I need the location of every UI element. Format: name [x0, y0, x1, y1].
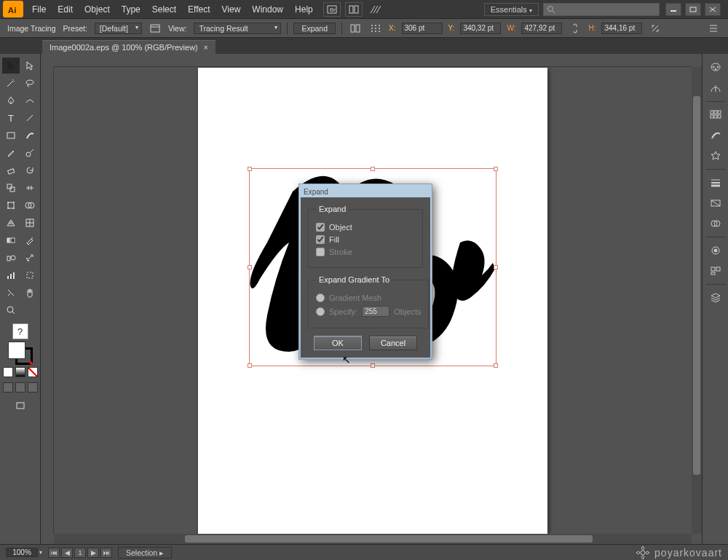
artboard-tool[interactable] — [21, 267, 39, 283]
x-field[interactable] — [402, 23, 443, 34]
zoom-tool[interactable] — [2, 302, 20, 318]
color-panel-icon[interactable] — [705, 58, 726, 77]
mesh-tool[interactable] — [21, 215, 39, 231]
fill-checkbox[interactable] — [316, 235, 325, 244]
paintbrush-tool[interactable] — [21, 127, 39, 143]
resize-handle[interactable] — [494, 265, 498, 269]
none-mode-icon[interactable] — [28, 367, 38, 377]
vertical-scrollbar[interactable] — [692, 67, 702, 534]
zoom-control[interactable]: ▾ — [6, 548, 42, 557]
transparency-panel-icon[interactable] — [705, 214, 726, 233]
draw-behind-icon[interactable] — [15, 382, 25, 393]
document-tab-close-icon[interactable]: × — [204, 44, 208, 52]
align-icon[interactable] — [348, 22, 363, 35]
fill-stroke-swatch[interactable] — [8, 342, 33, 365]
y-field[interactable] — [460, 23, 501, 34]
pen-tool[interactable] — [2, 92, 20, 109]
menu-view[interactable]: View — [216, 0, 247, 19]
close-button[interactable] — [705, 3, 721, 16]
resize-handle[interactable] — [494, 363, 498, 368]
resize-handle[interactable] — [494, 167, 498, 171]
blend-tool[interactable] — [2, 250, 20, 266]
ok-button[interactable]: OK — [314, 336, 362, 350]
eyedropper-tool[interactable] — [21, 232, 39, 248]
zoom-field[interactable] — [6, 548, 38, 557]
preset-dropdown[interactable]: [Default] — [95, 23, 142, 34]
transform-icon[interactable] — [368, 22, 383, 35]
gradient-mode-icon[interactable] — [15, 367, 25, 377]
view-dropdown[interactable]: Tracing Result — [194, 23, 281, 34]
bridge-icon[interactable]: Br — [323, 2, 341, 17]
swatches-panel-icon[interactable] — [705, 106, 726, 125]
curvature-tool[interactable] — [21, 92, 39, 109]
menu-object[interactable]: Object — [79, 0, 116, 19]
last-artboard-icon[interactable]: ⏭ — [100, 548, 112, 558]
cancel-button[interactable]: Cancel — [369, 336, 417, 350]
color-mode-icon[interactable] — [3, 367, 13, 377]
menu-select[interactable]: Select — [146, 0, 182, 19]
transform-each-icon[interactable] — [648, 22, 662, 35]
width-tool[interactable] — [21, 180, 39, 196]
blob-brush-tool[interactable] — [21, 145, 39, 161]
menu-type[interactable]: Type — [116, 0, 146, 19]
line-tool[interactable] — [21, 110, 39, 126]
resize-handle[interactable] — [371, 363, 375, 368]
artboard-number[interactable]: 1 — [74, 548, 86, 558]
gradient-panel-icon[interactable] — [705, 194, 726, 213]
maximize-button[interactable] — [685, 3, 701, 16]
dialog-titlebar[interactable]: Expand — [301, 186, 430, 197]
resize-handle[interactable] — [371, 167, 375, 171]
scale-tool[interactable] — [2, 180, 20, 196]
minimize-button[interactable] — [665, 3, 681, 16]
appearance-panel-icon[interactable] — [705, 241, 726, 260]
resize-handle[interactable] — [248, 167, 252, 171]
fill-indicator[interactable]: ? — [12, 323, 28, 339]
pencil-tool[interactable] — [2, 145, 20, 161]
lasso-tool[interactable] — [21, 75, 39, 91]
next-artboard-icon[interactable]: ▶ — [87, 548, 99, 558]
document-tab[interactable]: Image0002a.eps @ 100% (RGB/Preview) × — [42, 40, 215, 54]
h-field[interactable] — [601, 23, 642, 34]
gpu-icon[interactable] — [367, 2, 384, 17]
rectangle-tool[interactable] — [2, 127, 20, 143]
prev-artboard-icon[interactable]: ◀ — [61, 548, 73, 558]
workspace-switcher[interactable]: Essentials ▾ — [484, 3, 539, 16]
arrange-docs-icon[interactable] — [345, 2, 363, 17]
hand-tool[interactable] — [21, 285, 39, 301]
symbols-panel-icon[interactable] — [705, 146, 726, 165]
magic-wand-tool[interactable] — [2, 75, 20, 91]
expand-button[interactable]: Expand — [293, 23, 336, 34]
screen-mode-icon[interactable] — [12, 398, 29, 414]
first-artboard-icon[interactable]: ⏮ — [48, 548, 60, 558]
menu-file[interactable]: File — [26, 0, 52, 19]
control-menu-icon[interactable] — [706, 22, 721, 35]
gradient-tool[interactable] — [2, 232, 20, 248]
shape-builder-tool[interactable] — [21, 197, 39, 213]
menu-effect[interactable]: Effect — [182, 0, 215, 19]
graphic-styles-panel-icon[interactable] — [705, 261, 726, 280]
menu-window[interactable]: Window — [246, 0, 289, 19]
horizontal-ruler[interactable] — [54, 54, 692, 67]
vertical-ruler[interactable] — [41, 67, 54, 534]
stroke-panel-icon[interactable] — [705, 173, 726, 192]
link-wh-icon[interactable] — [568, 22, 582, 35]
object-checkbox[interactable] — [316, 223, 325, 232]
free-transform-tool[interactable] — [2, 197, 20, 213]
eraser-tool[interactable] — [2, 162, 20, 178]
perspective-grid-tool[interactable] — [2, 215, 20, 231]
search-field[interactable] — [543, 3, 660, 16]
draw-inside-icon[interactable] — [28, 382, 38, 393]
status-info[interactable]: Selection ▸ — [118, 547, 172, 559]
draw-normal-icon[interactable] — [3, 382, 13, 393]
selection-tool[interactable] — [2, 58, 20, 74]
w-field[interactable] — [521, 23, 562, 34]
direct-selection-tool[interactable] — [21, 58, 39, 74]
preset-panel-icon[interactable] — [148, 22, 162, 35]
resize-handle[interactable] — [248, 265, 252, 269]
slice-tool[interactable] — [2, 285, 20, 301]
rotate-tool[interactable] — [21, 162, 39, 178]
layers-panel-icon[interactable] — [705, 288, 726, 307]
color-guide-panel-icon[interactable] — [705, 79, 726, 98]
horizontal-scrollbar[interactable] — [54, 534, 692, 544]
resize-handle[interactable] — [248, 363, 252, 368]
